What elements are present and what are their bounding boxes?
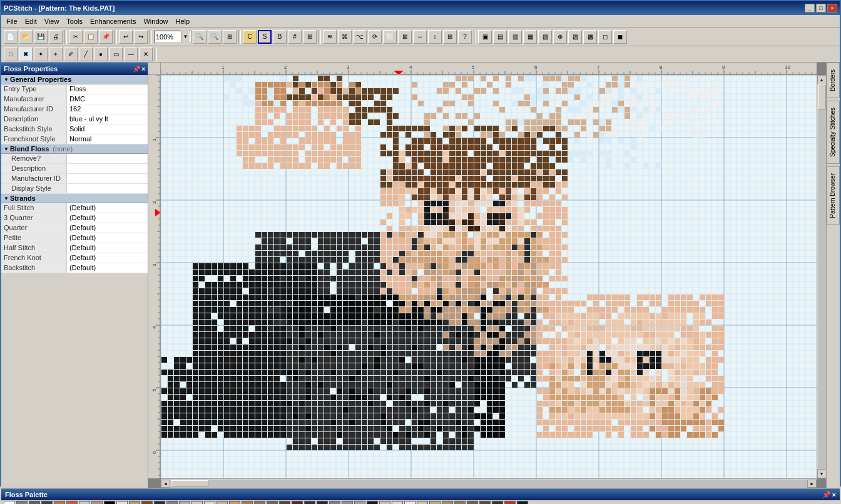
scroll-h-track[interactable] bbox=[170, 480, 807, 488]
strands-section[interactable]: ▼ Strands bbox=[1, 194, 148, 203]
scroll-down-button[interactable]: ▼ bbox=[817, 469, 827, 478]
more-tool3[interactable]: ▥ bbox=[508, 30, 522, 44]
scroll-v-track[interactable] bbox=[818, 84, 826, 469]
pattern-canvas[interactable] bbox=[161, 75, 817, 478]
draw-tool9[interactable]: — bbox=[124, 48, 138, 61]
more-tool10[interactable]: ◼ bbox=[613, 30, 627, 44]
scroll-right-button[interactable]: ► bbox=[807, 480, 817, 488]
draw-tool10[interactable]: ✕ bbox=[139, 48, 153, 61]
color-mode-button[interactable]: C bbox=[243, 30, 257, 44]
palette-swatch-7[interactable] bbox=[91, 501, 103, 504]
palette-swatch-38[interactable] bbox=[479, 501, 491, 504]
zoom-out-button[interactable]: 🔍 bbox=[193, 30, 206, 44]
palette-swatch-14[interactable] bbox=[179, 501, 190, 504]
window-controls[interactable]: _ □ × bbox=[805, 4, 837, 13]
palette-swatch-18[interactable] bbox=[229, 501, 240, 504]
tool7[interactable]: ↔ bbox=[413, 30, 427, 44]
panel-controls[interactable]: 📌 × bbox=[133, 66, 145, 73]
palette-swatch-41[interactable] bbox=[517, 501, 528, 504]
open-button[interactable]: 📂 bbox=[19, 30, 33, 44]
borders-panel-tab[interactable]: Borders bbox=[827, 63, 840, 98]
menu-help[interactable]: Help bbox=[172, 16, 194, 26]
palette-swatch-15[interactable] bbox=[191, 501, 203, 504]
scroll-left-button[interactable]: ◄ bbox=[161, 480, 170, 488]
close-button[interactable]: × bbox=[827, 4, 837, 13]
draw-tool8[interactable]: ▭ bbox=[109, 48, 123, 61]
draw-tool2[interactable]: ✖ bbox=[19, 48, 33, 61]
tool9[interactable]: ⊞ bbox=[443, 30, 457, 44]
tool10[interactable]: ? bbox=[458, 30, 472, 44]
palette-swatch-29[interactable] bbox=[367, 501, 378, 504]
palette-swatch-27[interactable] bbox=[342, 501, 353, 504]
blend-mode-button[interactable]: B bbox=[273, 30, 287, 44]
palette-swatch-6[interactable] bbox=[79, 501, 90, 504]
palette-swatch-2[interactable] bbox=[29, 501, 40, 504]
panel-close-icon[interactable]: × bbox=[141, 66, 145, 73]
palette-swatch-13[interactable] bbox=[166, 501, 178, 504]
maximize-button[interactable]: □ bbox=[816, 4, 826, 13]
tool8[interactable]: ↕ bbox=[428, 30, 442, 44]
draw-tool3[interactable]: ✦ bbox=[34, 48, 48, 61]
palette-swatch-17[interactable] bbox=[217, 501, 228, 504]
palette-pin-icon[interactable]: 📌 bbox=[822, 491, 831, 499]
palette-swatch-8[interactable] bbox=[104, 501, 115, 504]
more-tool6[interactable]: ⊕ bbox=[553, 30, 567, 44]
menu-tools[interactable]: Tools bbox=[63, 16, 86, 26]
more-tool9[interactable]: ◻ bbox=[598, 30, 612, 44]
palette-swatch-5[interactable] bbox=[66, 501, 78, 504]
new-button[interactable]: 📄 bbox=[4, 30, 18, 44]
palette-swatch-33[interactable] bbox=[417, 501, 428, 504]
tool6[interactable]: ⊠ bbox=[398, 30, 412, 44]
palette-swatch-22[interactable] bbox=[279, 501, 290, 504]
zoom-input[interactable]: 100% bbox=[156, 33, 181, 41]
print-button[interactable]: 🖨 bbox=[49, 30, 63, 44]
tool4[interactable]: ⟳ bbox=[368, 30, 382, 44]
symbol-mode-button[interactable]: S bbox=[258, 30, 272, 44]
palette-close-icon[interactable]: × bbox=[832, 491, 836, 499]
undo-button[interactable]: ↩ bbox=[119, 30, 133, 44]
horizontal-scrollbar[interactable]: ◄ ► bbox=[161, 478, 817, 488]
palette-swatch-25[interactable] bbox=[317, 501, 328, 504]
more-tool4[interactable]: ▦ bbox=[523, 30, 537, 44]
more-tool7[interactable]: ▨ bbox=[568, 30, 582, 44]
tool5[interactable]: ⬜ bbox=[383, 30, 397, 44]
draw-tool6[interactable]: ╱ bbox=[79, 48, 93, 61]
palette-swatch-10[interactable] bbox=[129, 501, 140, 504]
canvas-content[interactable]: ▶ bbox=[161, 75, 817, 478]
general-properties-section[interactable]: ▼ General Properties bbox=[1, 75, 148, 84]
palette-controls[interactable]: 📌 × bbox=[822, 491, 836, 499]
palette-swatch-4[interactable] bbox=[54, 501, 65, 504]
draw-tool5[interactable]: ✐ bbox=[64, 48, 78, 61]
zoom-fit-button[interactable]: ⊞ bbox=[223, 30, 237, 44]
copy-button[interactable]: 📋 bbox=[84, 30, 98, 44]
menu-file[interactable]: File bbox=[3, 16, 21, 26]
more-tool1[interactable]: ▣ bbox=[478, 30, 492, 44]
vertical-scrollbar[interactable]: ▲ ▼ bbox=[817, 75, 826, 478]
draw-tool4[interactable]: ⌖ bbox=[49, 48, 63, 61]
palette-swatch-11[interactable] bbox=[141, 501, 153, 504]
palette-swatch-20[interactable] bbox=[254, 501, 265, 504]
palette-swatch-19[interactable] bbox=[242, 501, 253, 504]
palette-swatch-21[interactable] bbox=[267, 501, 278, 504]
paste-button[interactable]: 📌 bbox=[99, 30, 113, 44]
zoom-dropdown[interactable]: ▼ bbox=[181, 31, 190, 43]
draw-tool7[interactable]: ● bbox=[94, 48, 108, 61]
menu-window[interactable]: Window bbox=[140, 16, 171, 26]
pattern-browser-tab[interactable]: Pattern Browser bbox=[827, 166, 840, 225]
tool1[interactable]: ≋ bbox=[323, 30, 337, 44]
palette-swatch-31[interactable] bbox=[392, 501, 403, 504]
save-button[interactable]: 💾 bbox=[34, 30, 48, 44]
palette-swatch-23[interactable] bbox=[292, 501, 303, 504]
palette-swatch-1[interactable] bbox=[16, 501, 28, 504]
more-tool2[interactable]: ▤ bbox=[493, 30, 507, 44]
zoom-in-button[interactable]: 🔍 bbox=[208, 30, 222, 44]
palette-swatch-34[interactable] bbox=[429, 501, 441, 504]
redo-button[interactable]: ↪ bbox=[134, 30, 148, 44]
zoom-control[interactable]: 100% ▼ bbox=[154, 31, 191, 43]
menu-view[interactable]: View bbox=[41, 16, 63, 26]
palette-swatch-35[interactable] bbox=[442, 501, 453, 504]
cut-button[interactable]: ✂ bbox=[69, 30, 83, 44]
palette-swatch-26[interactable] bbox=[329, 501, 340, 504]
more-tool8[interactable]: ▩ bbox=[583, 30, 597, 44]
palette-swatch-40[interactable] bbox=[504, 501, 516, 504]
